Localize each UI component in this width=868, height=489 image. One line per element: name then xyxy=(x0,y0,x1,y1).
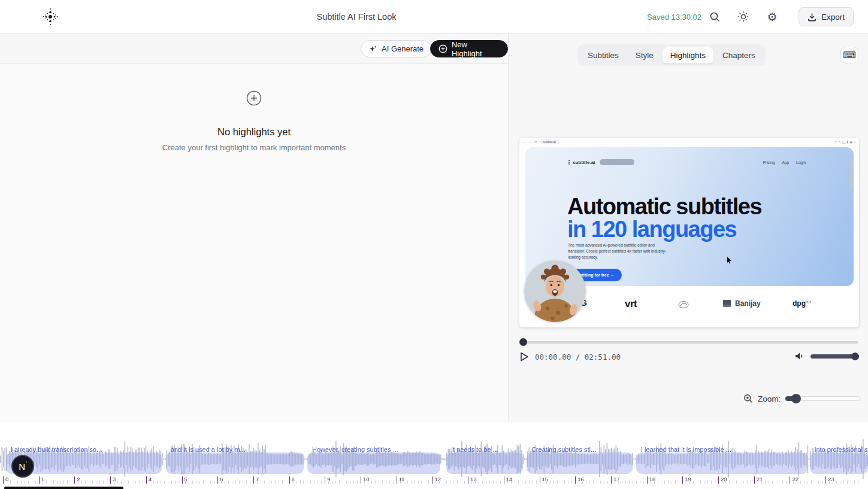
ai-generate-button[interactable]: AI Generate xyxy=(361,40,432,57)
floating-avatar-button[interactable]: Nꞌ xyxy=(11,455,34,478)
ruler-minor-tick xyxy=(53,481,54,484)
ruler-minor-tick xyxy=(161,481,161,484)
tab-subtitles[interactable]: Subtitles xyxy=(580,47,627,63)
ruler-minor-tick xyxy=(107,481,107,484)
ruler-minor-tick xyxy=(858,481,858,484)
ruler-minor-tick xyxy=(28,481,29,484)
subtitle-segment[interactable] xyxy=(446,452,523,474)
subtitle-segment[interactable] xyxy=(527,452,633,474)
empty-state-subtitle: Create your first highlight to mark impo… xyxy=(0,143,508,152)
tab-highlights[interactable]: Highlights xyxy=(663,47,713,63)
subtitle-segment[interactable] xyxy=(810,452,868,474)
ruler-minor-tick xyxy=(61,481,61,484)
browser-forward-icon: → xyxy=(529,140,533,144)
ruler-minor-tick xyxy=(854,481,855,484)
browser-action-icons: ☆ ✎ ▢ ⬇ ◉ ⌂ xyxy=(834,140,855,144)
ruler-minor-tick xyxy=(654,481,655,484)
video-preview[interactable]: ← → ⟳ subtitle.ai ☆ ✎ ▢ ⬇ ◉ ⌂ subtitle.a… xyxy=(519,138,859,327)
theme-toggle-button[interactable] xyxy=(736,10,751,24)
ruler-minor-tick xyxy=(179,481,179,484)
seek-track[interactable] xyxy=(519,341,858,344)
search-button[interactable] xyxy=(707,10,722,24)
ruler-minor-tick xyxy=(314,481,314,484)
ruler-minor-tick xyxy=(776,481,776,484)
segment-label: I learned that it is impossible ... xyxy=(641,446,731,453)
site-brand: subtitle.ai xyxy=(568,159,595,165)
seek-thumb[interactable] xyxy=(519,338,527,346)
add-highlight-icon[interactable] xyxy=(246,90,262,106)
ruler-minor-tick xyxy=(597,481,597,484)
ruler-minor-tick xyxy=(175,481,176,484)
ruler-minor-tick xyxy=(435,481,436,484)
ruler-minor-tick xyxy=(192,481,193,484)
ruler-major-tick xyxy=(361,476,361,484)
ruler-minor-tick xyxy=(568,481,568,484)
ruler-major-tick xyxy=(468,476,468,484)
ruler-major-tick xyxy=(3,476,4,484)
ruler-minor-tick xyxy=(543,481,543,484)
waveform-timeline[interactable]: I already built transcription so...and i… xyxy=(0,421,868,489)
ruler-minor-tick xyxy=(246,481,247,484)
ruler-minor-tick xyxy=(379,481,379,484)
ruler-minor-tick xyxy=(78,481,78,484)
ruler-minor-tick xyxy=(125,481,125,484)
subtitle-editor-app: Subtitle AI First Look Saved 13:30:02 ⚙ xyxy=(0,0,868,489)
export-button[interactable]: Export xyxy=(799,7,854,26)
seek-slider[interactable] xyxy=(519,338,858,347)
ruler-minor-tick xyxy=(303,481,304,484)
ruler-minor-tick xyxy=(765,481,766,484)
volume-icon[interactable] xyxy=(794,351,804,361)
site-badge-pill xyxy=(600,159,634,165)
zoom-thumb[interactable] xyxy=(791,394,801,403)
page-title: Subtitle AI First Look xyxy=(0,12,713,22)
ruler-minor-tick xyxy=(482,481,483,484)
timeline-scrollbar[interactable] xyxy=(4,487,123,489)
logo-banijay: Banijay xyxy=(723,299,761,308)
ruler-major-tick xyxy=(182,476,183,484)
new-highlight-button[interactable]: New Highlight xyxy=(430,40,508,57)
ruler-minor-tick xyxy=(457,481,458,484)
ruler-minor-tick xyxy=(332,481,332,484)
ruler-major-tick xyxy=(682,476,683,484)
tab-bar: SubtitlesStyleHighlightsChapters xyxy=(577,44,766,66)
subtitle-segment[interactable] xyxy=(166,452,304,474)
keyboard-shortcuts-button[interactable]: ⌨ xyxy=(840,47,858,63)
settings-button[interactable]: ⚙ xyxy=(765,10,779,24)
ruler-minor-tick xyxy=(114,481,114,484)
volume-slider[interactable] xyxy=(810,353,859,360)
ruler-minor-tick xyxy=(199,481,200,484)
volume-thumb[interactable] xyxy=(851,353,859,360)
subtitle-segment[interactable] xyxy=(307,452,440,474)
ruler-minor-tick xyxy=(421,481,422,484)
ruler-minor-tick xyxy=(250,481,250,484)
zoom-slider[interactable] xyxy=(785,395,860,402)
play-button[interactable] xyxy=(519,351,530,362)
ruler-major-tick xyxy=(754,476,755,484)
browser-reload-icon: ⟳ xyxy=(534,140,537,144)
ruler-minor-tick xyxy=(475,481,476,484)
ruler-minor-tick xyxy=(203,481,204,484)
tab-style[interactable]: Style xyxy=(628,47,661,63)
ruler-minor-tick xyxy=(500,481,501,484)
segment-label: and it is used a lot by m... xyxy=(171,446,246,453)
ruler-minor-tick xyxy=(600,481,601,484)
ruler-minor-tick xyxy=(307,481,307,484)
export-label: Export xyxy=(821,13,845,22)
ruler-minor-tick xyxy=(446,481,447,484)
site-heading-line1: Automatic subtitles xyxy=(567,196,761,217)
zoom-in-icon xyxy=(743,394,753,403)
ruler-major-tick xyxy=(790,476,790,484)
highlights-panel: AI Generate New Highlight No highlights … xyxy=(0,34,508,421)
ruler-minor-tick xyxy=(822,481,822,484)
ruler-minor-tick xyxy=(368,481,368,484)
ruler-minor-tick xyxy=(275,481,276,484)
subtitle-segment[interactable] xyxy=(636,452,807,474)
plus-circle-icon xyxy=(438,44,447,53)
ruler-major-tick xyxy=(146,476,147,484)
ai-generate-label: AI Generate xyxy=(382,44,424,53)
ruler-minor-tick xyxy=(43,481,43,484)
ruler-minor-tick xyxy=(618,481,619,484)
ruler-minor-tick xyxy=(63,481,64,484)
segment-label: However, creating subtitles ... xyxy=(312,446,398,453)
tab-chapters[interactable]: Chapters xyxy=(715,47,763,63)
